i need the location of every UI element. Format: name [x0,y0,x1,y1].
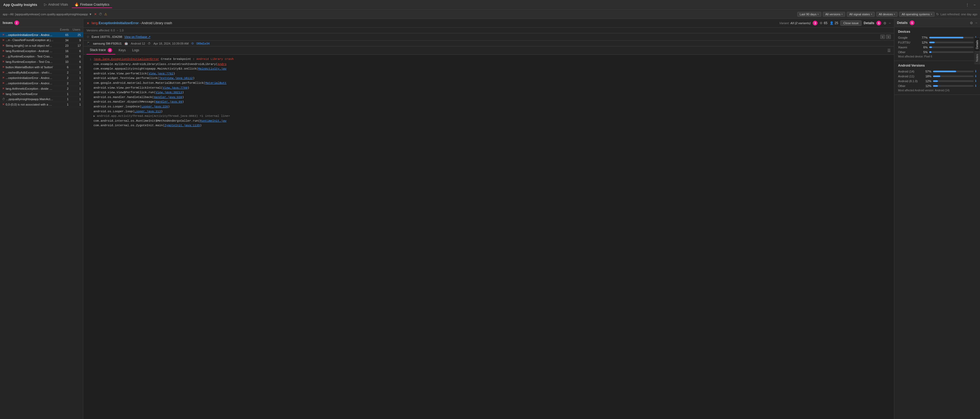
issue-users: 1 [70,71,81,74]
hash-link[interactable]: 089d1e34 [196,42,210,45]
tab-firebase-crashlytics[interactable]: 🔥 Firebase Crashlytics [72,2,112,8]
issue-error-icon: ✕ [2,71,5,74]
minimize-window-btn[interactable]: − [972,2,977,8]
stack-line: android.os.Handler.handleCallback(Handle… [86,95,891,100]
filter-group: Last 90 days ▾ All versions ▾ All signal… [797,12,977,17]
source-link[interactable]: MaterialButt [205,81,226,85]
source-link[interactable]: Handler.java:938 [154,95,182,99]
col-users-header: Users [69,28,80,31]
issue-error-icon: ✕ [2,87,5,90]
tab-notes-vertical[interactable]: Notes [974,52,980,64]
issue-row[interactable]: ✕ lang.StackOverflowError 1 1 [0,91,83,97]
issue-number-badge: 3 [813,21,818,25]
source-link[interactable]: View.java:7769 [162,86,187,89]
issue-error-icon: ✕ [2,44,5,47]
issues-label: Issues [3,21,13,25]
top-bar-actions: ⋮ − [964,2,977,8]
line-number [86,67,91,67]
stack-line: android.view.View.performClick(View.java… [86,71,891,76]
issue-text: ...n - ClassNotFoundException at java li… [6,38,54,42]
android-icon: 🤖 [124,41,128,45]
issue-row[interactable]: ✕ ...ceptionInInitializerError - Android… [0,81,83,86]
android-version-row: Android (14) 57% ℹ [898,70,976,73]
filter-os[interactable]: All operating systems ▾ [899,12,935,17]
version-info-icon[interactable]: ℹ [975,75,976,78]
stack-line: android.os.Looper.loopOnce(Looper.java:2… [86,105,891,110]
filter-days[interactable]: Last 90 days ▾ [797,12,821,17]
issue-row[interactable]: ✕ button.MaterialButton with id 'button'… [0,65,83,70]
trace-filter-btn[interactable]: ☰ [887,48,891,52]
source-link[interactable]: Handler.java:99 [156,100,182,103]
prev-event-btn[interactable]: ‹ [880,35,885,39]
breadcrumb-dropdown-icon[interactable]: ▼ [89,13,92,16]
error-class-link[interactable]: java.lang.ExceptionInInitializerError [94,57,159,61]
sidebar-minimize-btn[interactable]: − [975,21,977,25]
filter-devices[interactable]: All devices ▾ [876,12,898,17]
line-number [86,100,91,100]
details-section-label: Details [864,21,874,25]
device-row: FUJITSU 12% ℹ [898,41,976,44]
source-link[interactable]: TextView.java:16112 [159,76,192,80]
tab-stack-trace[interactable]: Stack trace 4 [86,46,115,54]
issue-row[interactable]: ✕ ...g.RuntimeException - Test Crash new… [0,54,83,59]
tab-android-vitals[interactable]: ▷ Android Vitals [41,2,71,8]
filter-versions[interactable]: All versions ▾ [823,12,845,17]
issue-events: 2 [54,71,68,74]
issue-events: 34 [54,39,68,42]
device-pct: 6% [919,46,928,49]
version-info-icon[interactable]: ℹ [975,84,976,87]
settings-btn[interactable]: ⚙ [883,21,886,25]
stack-content: android.widget.TextView.performClick(Tex… [94,76,891,81]
more-options-btn[interactable]: ⋮ [964,2,970,8]
issue-row[interactable]: ✕ lang.RuntimeException - Android Librar… [0,48,83,54]
source-link[interactable]: Looper.java:226 [141,105,168,108]
source-link[interactable]: Looper.java:313 [134,110,161,113]
breadcrumb-text: app › All: [appqualityrelease] com.quali… [3,13,88,16]
version-info-icon[interactable]: ℹ [975,70,976,73]
tab-details-vertical[interactable]: Details [974,38,980,52]
view-on-firebase-link[interactable]: View on Firebase ↗ [124,35,150,39]
issue-events: 1 [54,97,68,101]
close-issue-button[interactable]: Close issue [840,21,862,26]
issue-row[interactable]: ✕ lang.RuntimeException - Test Crash vcs… [0,59,83,65]
stack-content: com.example.appqualityinsightsqaapp.Main… [94,67,891,71]
issue-text: lang.RuntimeException - Test Crash vcs [6,60,54,63]
source-link[interactable]: MainActivity.jav [198,67,226,70]
source-link[interactable]: ZygoteInit.java:1135 [164,124,200,127]
stack-content: android.os.Looper.loopOnce(Looper.java:2… [94,105,891,110]
issue-users: 1 [70,97,81,101]
issue-row[interactable]: ✕ ...ceptionInInitializerError - Android… [0,75,83,81]
source-link[interactable]: Andro [218,63,226,66]
issue-row[interactable]: ⏱ ...ppqualityinsightsqaapp.MainActivity… [0,97,83,102]
version-bar-container [933,71,974,72]
issue-row[interactable]: ✕ ...ceptionInInitializerError - Android… [0,32,83,38]
right-vertical-tabs: Details Notes [974,38,980,64]
issue-error-icon: ✕ [2,76,5,79]
issue-row[interactable]: ✕ lang.ArithmeticException - divide by z… [0,86,83,91]
next-event-btn[interactable]: › [886,35,891,39]
tab-logs[interactable]: Logs [129,47,142,54]
issue-row[interactable]: ✕ ...rashedByAdbException - shell-induce… [0,70,83,75]
line-number: 1 [86,57,91,62]
issue-title-text: lang.ExceptionInInitializerError - Andro… [92,21,777,25]
issue-row[interactable]: ✕ 0,0-{0,0} is not associated with a Fra… [0,102,83,107]
version-info-icon[interactable]: ℹ [975,79,976,83]
issues-badge: 2 [14,21,19,25]
refresh-icon[interactable]: ↻ [936,12,939,16]
expand-arrow[interactable]: ▶ [94,115,95,117]
sidebar-settings-btn[interactable]: ⚙ [970,21,973,25]
tab-keys[interactable]: Keys [115,47,129,54]
minimize-panel-btn[interactable]: − [889,21,891,25]
filter-signal-states[interactable]: All signal states ▾ [847,12,874,17]
issue-row[interactable]: ✕ String.length() on a null object refer… [0,43,83,48]
source-link[interactable]: RuntimeInit.jav [200,119,226,122]
event-star-icon: ☆ [86,35,89,39]
device-name-label: FUJITSU [898,41,917,44]
event-nav: ☆ Event 193770...634298 View on Firebase… [83,33,894,41]
status-error-icon: ✕ [94,12,97,16]
issue-row[interactable]: ✕ ...n - ClassNotFoundException at java … [0,38,83,43]
issue-users: 6 [70,49,81,52]
issue-text: lang.StackOverflowError [6,92,54,95]
source-link[interactable]: View.java:7792 [148,72,173,75]
source-link[interactable]: View.java:30213 [156,91,182,94]
